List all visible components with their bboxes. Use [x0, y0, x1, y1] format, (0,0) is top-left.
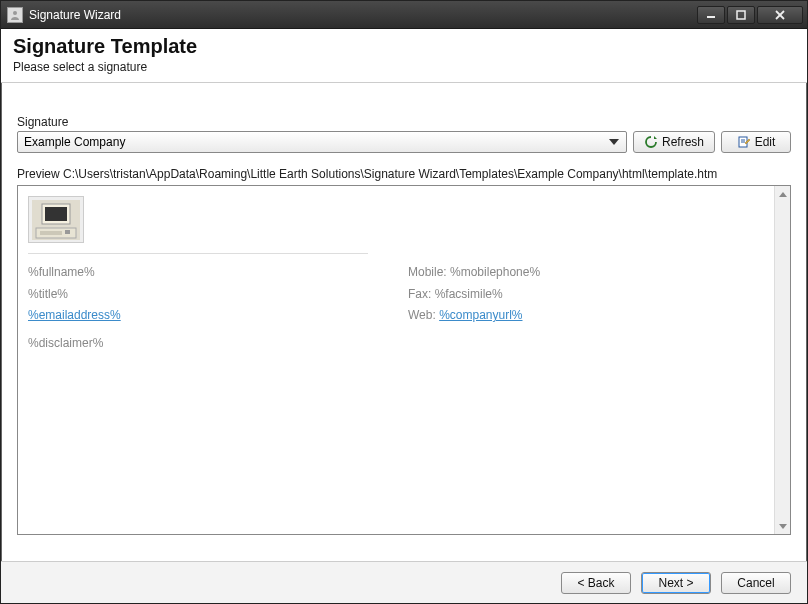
svg-marker-17 — [779, 524, 787, 529]
back-button[interactable]: < Back — [561, 572, 631, 594]
scroll-up-icon[interactable] — [775, 186, 791, 202]
wizard-header: Signature Template Please select a signa… — [1, 29, 807, 83]
field-disclaimer: %disclaimer% — [28, 333, 368, 355]
svg-rect-14 — [40, 231, 62, 235]
preview-right-column: Mobile: %mobilephone% Fax: %facsimile% W… — [408, 262, 540, 354]
refresh-label: Refresh — [662, 135, 704, 149]
app-window: Signature Wizard Signature Template Plea… — [0, 0, 808, 604]
signature-image-placeholder — [28, 196, 84, 243]
field-mobile: Mobile: %mobilephone% — [408, 262, 540, 284]
field-title: %title% — [28, 284, 368, 306]
field-fax: Fax: %facsimile% — [408, 284, 540, 306]
titlebar: Signature Wizard — [1, 1, 807, 29]
field-web-link[interactable]: %companyurl% — [439, 308, 522, 322]
preview-left-column: %fullname% %title% %emailaddress% %discl… — [28, 262, 368, 354]
preview-pane: %fullname% %title% %emailaddress% %discl… — [17, 185, 791, 535]
field-fullname: %fullname% — [28, 262, 368, 284]
svg-rect-15 — [65, 230, 70, 234]
maximize-button[interactable] — [727, 6, 755, 24]
window-title: Signature Wizard — [29, 8, 697, 22]
svg-marker-16 — [779, 192, 787, 197]
edit-label: Edit — [755, 135, 776, 149]
edit-icon — [737, 135, 751, 149]
preview-path: C:\Users\tristan\AppData\Roaming\Little … — [63, 167, 717, 181]
window-controls — [697, 6, 803, 24]
preview-scrollbar[interactable] — [774, 186, 790, 534]
field-web: Web: %companyurl% — [408, 305, 540, 327]
divider — [28, 253, 368, 254]
preview-label: Preview C:\Users\tristan\AppData\Roaming… — [17, 167, 791, 181]
refresh-icon — [644, 135, 658, 149]
wizard-body: Signature Example Company Refresh Edit — [1, 83, 807, 545]
close-button[interactable] — [757, 6, 803, 24]
svg-rect-12 — [45, 207, 67, 221]
field-email-link[interactable]: %emailaddress% — [28, 308, 121, 322]
svg-rect-2 — [737, 11, 745, 19]
signature-label: Signature — [17, 115, 791, 129]
signature-row: Example Company Refresh Edit — [17, 131, 791, 153]
svg-marker-6 — [654, 136, 657, 139]
minimize-button[interactable] — [697, 6, 725, 24]
page-subtitle: Please select a signature — [13, 60, 795, 74]
refresh-button[interactable]: Refresh — [633, 131, 715, 153]
preview-content: %fullname% %title% %emailaddress% %discl… — [18, 186, 790, 364]
cancel-button[interactable]: Cancel — [721, 572, 791, 594]
app-icon — [7, 7, 23, 23]
edit-button[interactable]: Edit — [721, 131, 791, 153]
page-title: Signature Template — [13, 35, 795, 58]
svg-point-0 — [13, 11, 17, 15]
wizard-footer: < Back Next > Cancel — [1, 561, 807, 603]
signature-selected-value: Example Company — [24, 135, 125, 149]
signature-select[interactable]: Example Company — [17, 131, 627, 153]
scroll-down-icon[interactable] — [775, 518, 791, 534]
chevron-down-icon — [606, 135, 622, 149]
next-button[interactable]: Next > — [641, 572, 711, 594]
svg-marker-5 — [609, 139, 619, 145]
